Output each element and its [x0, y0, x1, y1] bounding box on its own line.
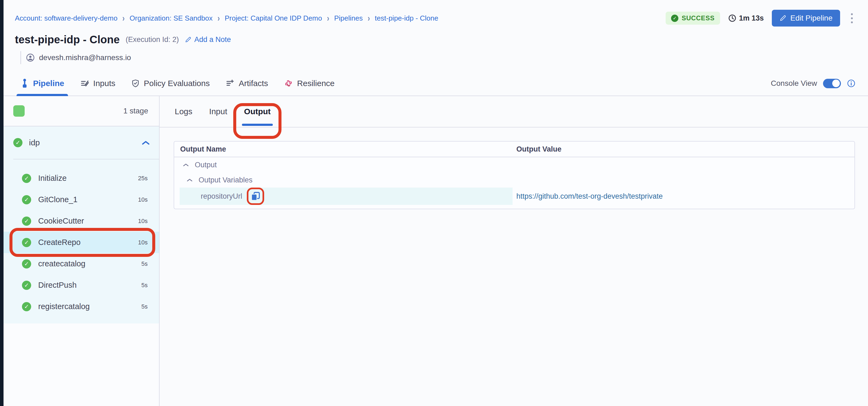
page-header: Account: software-delivery-demo › Organi… — [3, 0, 868, 64]
step-name: CookieCutter — [38, 216, 84, 226]
console-view-label: Console View — [771, 79, 817, 88]
annotation-circle-createrepo — [9, 228, 155, 257]
step-success-icon: ✓ — [22, 281, 31, 290]
stage-count-label: 1 stage — [123, 107, 148, 115]
breadcrumb-separator-icon: › — [368, 13, 370, 24]
step-duration: 5s — [142, 282, 148, 289]
step-list: ✓ Initialize 25s ✓ GitClone_1 10s ✓ Cook… — [3, 160, 159, 317]
info-icon[interactable] — [847, 79, 856, 88]
step-success-icon: ✓ — [22, 302, 31, 311]
variable-value-link[interactable]: https://github.com/test-org-devesh/testp… — [516, 192, 663, 200]
step-row-gitclone[interactable]: ✓ GitClone_1 10s — [3, 189, 159, 210]
user-avatar-icon — [26, 53, 35, 62]
status-label: SUCCESS — [682, 14, 715, 22]
execution-tabbar: Pipeline Inputs Policy Evaluations Artif… — [3, 71, 868, 96]
step-row-createcatalog[interactable]: ✓ createcatalog 5s — [3, 253, 159, 274]
step-duration: 25s — [138, 175, 148, 182]
step-duration: 5s — [142, 260, 148, 267]
step-name: Initialize — [38, 174, 67, 183]
execution-duration: 1m 13s — [728, 14, 764, 23]
resilience-icon — [284, 79, 293, 88]
step-duration: 10s — [138, 217, 148, 225]
edit-pipeline-button[interactable]: Edit Pipeline — [772, 10, 840, 27]
add-note-link[interactable]: Add a Note — [185, 35, 231, 44]
tab-output[interactable]: Output — [244, 96, 271, 127]
tab-resilience[interactable]: Resilience — [284, 71, 335, 96]
column-output-name: Output Name — [174, 145, 516, 154]
copy-button[interactable] — [249, 190, 262, 202]
breadcrumb-current-pipeline[interactable]: test-pipe-idp - Clone — [375, 14, 438, 23]
chevron-up-icon[interactable] — [183, 163, 189, 167]
variable-row-repositoryurl: repositoryUrl https://github.com/test-or… — [174, 188, 855, 205]
left-edge-strip — [0, 0, 3, 406]
edit-pipeline-label: Edit Pipeline — [790, 14, 833, 23]
tab-inputs-label: Inputs — [93, 79, 116, 88]
pencil-icon — [779, 14, 786, 22]
group-row-output-variables[interactable]: Output Variables — [174, 172, 855, 188]
page-title: test-pipe-idp - Clone — [15, 34, 120, 46]
breadcrumb-project[interactable]: Project: Capital One IDP Demo — [225, 14, 322, 23]
tab-input[interactable]: Input — [209, 96, 227, 127]
breadcrumb-separator-icon: › — [122, 13, 125, 24]
step-row-directpush[interactable]: ✓ DirectPush 5s — [3, 274, 159, 296]
step-success-icon: ✓ — [22, 216, 31, 226]
variable-name-cell: repositoryUrl — [180, 188, 513, 205]
tab-input-label: Input — [209, 107, 227, 116]
stage-row-idp[interactable]: ✓ idp — [3, 126, 159, 159]
step-row-initialize[interactable]: ✓ Initialize 25s — [3, 168, 159, 189]
sidebar-footer — [3, 324, 159, 406]
clock-icon — [728, 14, 736, 22]
tab-artifacts[interactable]: Artifacts — [225, 71, 268, 96]
add-note-label: Add a Note — [194, 35, 231, 44]
tab-output-label: Output — [244, 107, 271, 116]
success-check-icon: ✓ — [671, 14, 678, 22]
breadcrumb-separator-icon: › — [327, 13, 330, 24]
execution-id-label: (Execution Id: 2) — [126, 35, 179, 44]
stage-list: ✓ idp ✓ Initialize 25s ✓ GitClone_ — [3, 126, 159, 324]
step-success-icon: ✓ — [22, 238, 31, 247]
artifacts-icon — [225, 79, 235, 88]
step-success-icon: ✓ — [22, 259, 31, 269]
triggered-by-row: devesh.mishra@harness.io — [20, 51, 857, 64]
step-row-createrepo[interactable]: ✓ CreateRepo 10s — [3, 232, 159, 253]
step-row-cookiecutter[interactable]: ✓ CookieCutter 10s — [3, 210, 159, 232]
shield-check-icon — [131, 79, 140, 88]
group-row-output[interactable]: Output — [174, 157, 855, 172]
tab-policy-evaluations-label: Policy Evaluations — [144, 79, 210, 88]
pencil-icon — [185, 36, 191, 43]
breadcrumb-account[interactable]: Account: software-delivery-demo — [15, 14, 118, 23]
breadcrumb: Account: software-delivery-demo › Organi… — [15, 14, 438, 23]
step-details-tabbar: Logs Input Output — [160, 96, 868, 128]
variable-name: repositoryUrl — [201, 192, 242, 201]
step-duration: 10s — [138, 239, 148, 246]
tab-artifacts-label: Artifacts — [239, 79, 268, 88]
step-details-panel: Logs Input Output Output Name Output Val… — [160, 96, 868, 406]
console-view-toggle[interactable] — [823, 79, 841, 88]
chevron-up-icon[interactable] — [142, 140, 150, 145]
pipeline-icon — [20, 78, 29, 88]
breadcrumb-separator-icon: › — [218, 13, 220, 24]
tab-pipeline[interactable]: Pipeline — [20, 71, 64, 96]
tab-logs[interactable]: Logs — [175, 96, 192, 127]
tab-inputs[interactable]: Inputs — [80, 71, 116, 96]
tab-policy-evaluations[interactable]: Policy Evaluations — [131, 71, 210, 96]
stage-status-square — [13, 105, 25, 117]
step-name: registercatalog — [38, 302, 90, 311]
breadcrumb-pipelines[interactable]: Pipelines — [334, 14, 363, 23]
stage-name: idp — [29, 138, 40, 147]
step-success-icon: ✓ — [22, 174, 31, 183]
tab-logs-label: Logs — [175, 107, 192, 116]
step-row-registercatalog[interactable]: ✓ registercatalog 5s — [3, 296, 159, 317]
more-options-menu[interactable] — [848, 12, 856, 25]
copy-icon[interactable] — [250, 191, 261, 202]
duration-text: 1m 13s — [739, 14, 764, 23]
step-name: CreateRepo — [38, 238, 81, 247]
user-email: devesh.mishra@harness.io — [39, 53, 131, 62]
pipeline-execution-page: Account: software-delivery-demo › Organi… — [3, 0, 868, 406]
stage-success-icon: ✓ — [13, 138, 23, 147]
breadcrumb-organization[interactable]: Organization: SE Sandbox — [129, 14, 212, 23]
chevron-up-icon[interactable] — [187, 178, 193, 182]
group-label: Output — [195, 161, 217, 169]
step-success-icon: ✓ — [22, 195, 31, 204]
status-badge: ✓ SUCCESS — [665, 12, 720, 25]
